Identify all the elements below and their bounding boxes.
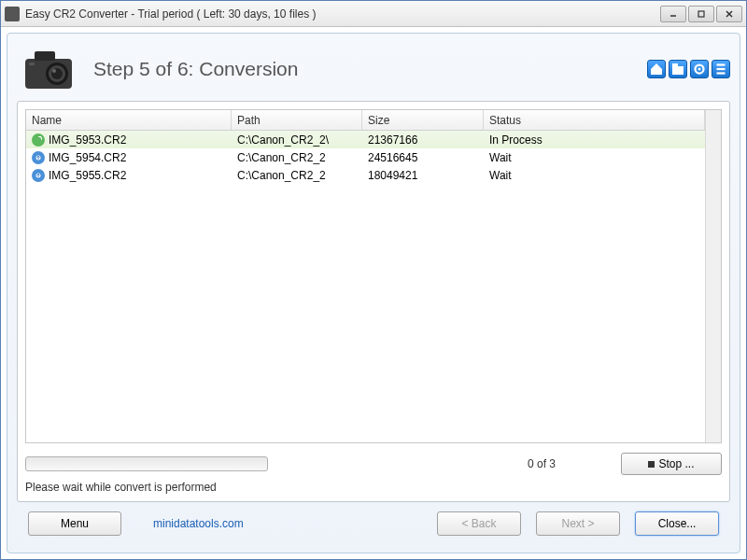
- table-body: IMG_5953.CR2C:\Canon_CR2_2\21367166In Pr…: [26, 131, 705, 442]
- cell-status: In Process: [484, 133, 705, 147]
- svg-rect-1: [698, 11, 704, 17]
- status-message: Please wait while convert is performed: [25, 481, 722, 494]
- svg-point-14: [698, 68, 701, 71]
- window-controls: [660, 6, 742, 22]
- status-icon: [32, 151, 45, 164]
- table-row[interactable]: IMG_5955.CR2C:\Canon_CR2_218049421Wait: [26, 166, 705, 184]
- cell-path: C:\Canon_CR2_2\: [232, 133, 362, 147]
- cell-size: 21367166: [362, 133, 484, 147]
- stop-icon: [648, 461, 655, 468]
- cell-path: C:\Canon_CR2_2: [232, 168, 362, 183]
- table-row[interactable]: IMG_5953.CR2C:\Canon_CR2_2\21367166In Pr…: [26, 131, 705, 148]
- content-panel: Name Path Size Status IMG_5953.CR2C:\Can…: [17, 101, 730, 502]
- wizard-header: Step 5 of 6: Conversion: [17, 41, 730, 97]
- progress-counter: 0 of 3: [528, 457, 556, 470]
- footer: Menu minidatatools.com < Back Next > Clo…: [17, 502, 730, 545]
- svg-rect-5: [35, 51, 55, 61]
- progress-bar: [25, 456, 268, 471]
- website-link[interactable]: minidatatools.com: [153, 517, 244, 530]
- cell-name: IMG_5954.CR2: [49, 151, 126, 164]
- list-icon[interactable]: [712, 60, 730, 78]
- status-icon: [32, 133, 45, 147]
- gear-icon[interactable]: [690, 60, 709, 78]
- home-icon[interactable]: [647, 60, 666, 78]
- window-title: Easy CR2 Converter - Trial period ( Left…: [25, 7, 660, 21]
- cell-path: C:\Canon_CR2_2: [232, 150, 362, 165]
- table-row[interactable]: IMG_5954.CR2C:\Canon_CR2_224516645Wait: [26, 148, 705, 166]
- file-table: Name Path Size Status IMG_5953.CR2C:\Can…: [25, 109, 722, 443]
- menu-button[interactable]: Menu: [28, 511, 121, 536]
- minimize-button[interactable]: [660, 6, 686, 22]
- svg-point-9: [52, 69, 56, 73]
- next-button: Next >: [536, 511, 620, 536]
- svg-rect-12: [672, 63, 678, 68]
- main-panel: Step 5 of 6: Conversion Name Path Size S…: [7, 33, 740, 553]
- cell-status: Wait: [484, 150, 705, 165]
- folder-icon[interactable]: [669, 60, 687, 78]
- cell-name: IMG_5955.CR2: [49, 169, 126, 182]
- cell-name: IMG_5953.CR2: [49, 133, 126, 147]
- cell-status: Wait: [484, 168, 705, 183]
- col-header-path[interactable]: Path: [232, 110, 362, 130]
- col-header-size[interactable]: Size: [362, 110, 484, 130]
- maximize-button[interactable]: [688, 6, 714, 22]
- cell-size: 18049421: [362, 168, 484, 183]
- progress-row: 0 of 3 Stop ...: [25, 453, 722, 475]
- camera-icon: [17, 43, 82, 95]
- svg-rect-10: [29, 63, 35, 65]
- col-header-name[interactable]: Name: [26, 110, 232, 130]
- app-icon: [5, 7, 20, 21]
- app-window: Easy CR2 Converter - Trial period ( Left…: [0, 0, 747, 560]
- table-header: Name Path Size Status: [26, 110, 705, 131]
- titlebar[interactable]: Easy CR2 Converter - Trial period ( Left…: [1, 1, 746, 27]
- status-icon: [32, 169, 45, 182]
- col-header-status[interactable]: Status: [484, 110, 705, 130]
- toolbar-icons: [647, 60, 730, 78]
- step-title: Step 5 of 6: Conversion: [93, 58, 647, 80]
- back-button: < Back: [437, 511, 521, 536]
- close-button[interactable]: [716, 6, 742, 22]
- cell-size: 24516645: [362, 150, 484, 165]
- scrollbar[interactable]: [705, 110, 721, 442]
- stop-button[interactable]: Stop ...: [621, 453, 722, 475]
- close-button-footer[interactable]: Close...: [635, 511, 719, 536]
- stop-label: Stop ...: [658, 457, 694, 470]
